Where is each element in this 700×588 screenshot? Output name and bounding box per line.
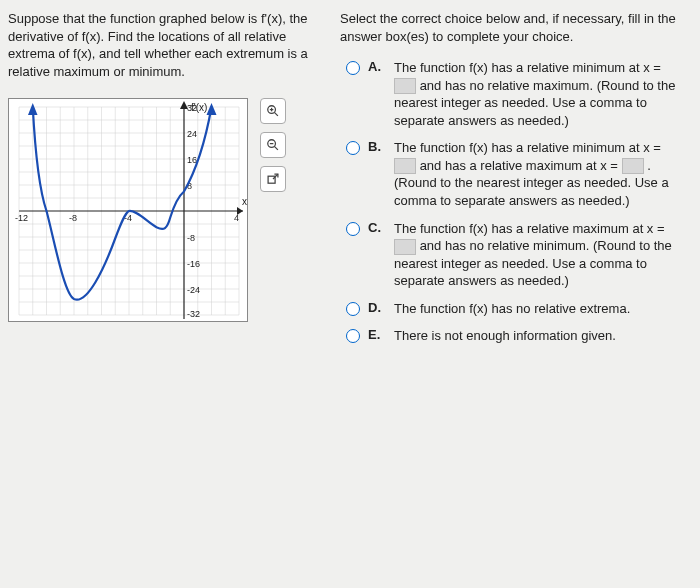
ytick: -8 [187,233,195,243]
graph-plot: -12 -8 -4 4 32 24 16 8 -8 -16 -24 -32 f'… [8,98,248,322]
ytick: -24 [187,285,200,295]
svg-line-41 [274,147,278,151]
radio-a[interactable] [346,61,360,75]
choice-c-text: The function f(x) has a relative maximum… [394,220,680,290]
choice-e-label: E. [368,327,386,342]
xtick: -12 [15,213,28,223]
answer-box-b1[interactable] [394,158,416,174]
ytick: -16 [187,259,200,269]
answer-box-b2[interactable] [622,158,644,174]
choice-d[interactable]: D. The function f(x) has no relative ext… [346,300,680,318]
radio-d[interactable] [346,302,360,316]
answer-box-c[interactable] [394,239,416,255]
ytick: 16 [187,155,197,165]
fprime-curve [33,107,212,300]
zoom-in-button[interactable] [260,98,286,124]
choice-e-text: There is not enough information given. [394,327,680,345]
radio-e[interactable] [346,329,360,343]
choice-b-label: B. [368,139,386,154]
radio-c[interactable] [346,222,360,236]
choice-d-text: The function f(x) has no relative extrem… [394,300,680,318]
choice-c-label: C. [368,220,386,235]
x-axis-label: x [242,196,247,207]
choice-e[interactable]: E. There is not enough information given… [346,327,680,345]
curve-right-arrow [207,103,217,115]
choice-a-text: The function f(x) has a relative minimum… [394,59,680,129]
xtick: 4 [234,213,239,223]
xtick: -8 [69,213,77,223]
ytick: -32 [187,309,200,319]
y-axis-label: f'(x) [191,102,207,113]
answer-box-a[interactable] [394,78,416,94]
graph-container: -12 -8 -4 4 32 24 16 8 -8 -16 -24 -32 f'… [8,98,328,322]
choice-b[interactable]: B. The function f(x) has a relative mini… [346,139,680,209]
choice-d-label: D. [368,300,386,315]
instructions-text: Select the correct choice below and, if … [340,10,680,45]
question-text: Suppose that the function graphed below … [8,10,328,80]
choice-a-label: A. [368,59,386,74]
curve-left-arrow [28,103,38,115]
radio-b[interactable] [346,141,360,155]
ytick: 24 [187,129,197,139]
choice-b-text: The function f(x) has a relative minimum… [394,139,680,209]
zoom-out-button[interactable] [260,132,286,158]
svg-line-37 [274,113,278,117]
popout-button[interactable] [260,166,286,192]
choice-a[interactable]: A. The function f(x) has a relative mini… [346,59,680,129]
choice-c[interactable]: C. The function f(x) has a relative maxi… [346,220,680,290]
